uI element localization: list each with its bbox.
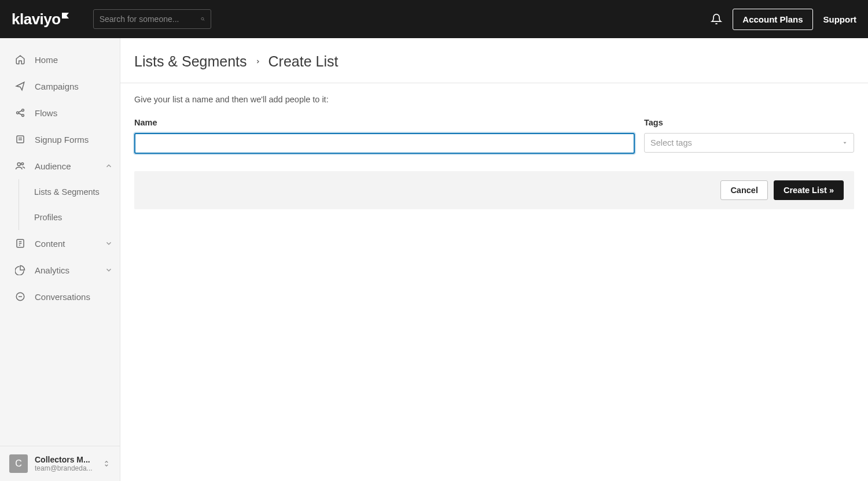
- tags-placeholder: Select tags: [650, 138, 692, 147]
- page-header: Lists & Segments Create List: [120, 38, 868, 83]
- sidebar-item-label: Campaigns: [35, 82, 79, 91]
- sidebar-item-content[interactable]: Content: [0, 230, 120, 257]
- account-plans-button[interactable]: Account Plans: [733, 9, 812, 30]
- sidebar-item-campaigns[interactable]: Campaigns: [0, 73, 120, 99]
- logo[interactable]: klaviyo: [12, 10, 69, 28]
- sidebar: Home Campaigns Flows Signup Forms Audien…: [0, 38, 120, 481]
- name-field: Name: [134, 118, 635, 154]
- sidebar-item-label: Flows: [35, 108, 57, 118]
- logo-text: klaviyo: [12, 10, 61, 28]
- account-email: team@brandeda...: [35, 464, 95, 472]
- name-input[interactable]: [134, 133, 635, 154]
- sidebar-item-audience[interactable]: Audience: [0, 153, 120, 179]
- sidebar-item-label: Content: [35, 239, 65, 249]
- sidebar-item-signup-forms[interactable]: Signup Forms: [0, 126, 120, 153]
- svg-point-0: [201, 17, 204, 20]
- tags-select[interactable]: Select tags: [644, 133, 854, 153]
- tags-field: Tags Select tags: [644, 118, 854, 153]
- caret-down-icon: [842, 140, 848, 146]
- users-icon: [15, 161, 25, 171]
- home-icon: [15, 54, 25, 65]
- cancel-button[interactable]: Cancel: [720, 180, 768, 200]
- search-icon[interactable]: [201, 15, 205, 23]
- account-info: Collectors M... team@brandeda...: [35, 455, 95, 472]
- svg-point-10: [17, 162, 20, 165]
- sidebar-subitem-lists-segments[interactable]: Lists & Segments: [19, 179, 120, 205]
- sidebar-subitem-profiles[interactable]: Profiles: [19, 205, 120, 230]
- sidebar-item-flows[interactable]: Flows: [0, 99, 120, 126]
- search-input[interactable]: [100, 14, 201, 24]
- audience-subnav: Lists & Segments Profiles: [19, 179, 120, 230]
- topbar: klaviyo Account Plans Support: [0, 0, 868, 38]
- chevron-down-icon: [105, 266, 113, 274]
- chat-icon: [15, 291, 25, 302]
- updown-icon: [102, 460, 111, 468]
- sidebar-item-analytics[interactable]: Analytics: [0, 257, 120, 283]
- form-icon: [15, 134, 25, 145]
- svg-line-1: [203, 20, 204, 21]
- topbar-right: Account Plans Support: [711, 9, 856, 30]
- avatar: C: [9, 454, 28, 473]
- breadcrumb-current: Create List: [269, 53, 339, 70]
- form-row: Name Tags Select tags: [134, 118, 854, 154]
- account-name: Collectors M...: [35, 455, 95, 464]
- support-link[interactable]: Support: [823, 14, 857, 24]
- chevron-up-icon: [105, 162, 113, 170]
- breadcrumb-parent[interactable]: Lists & Segments: [134, 53, 247, 70]
- pie-icon: [15, 265, 25, 275]
- sidebar-item-home[interactable]: Home: [0, 46, 120, 73]
- sidebar-item-label: Home: [35, 55, 58, 65]
- helper-text: Give your list a name and then we'll add…: [134, 95, 854, 104]
- svg-point-11: [21, 162, 24, 165]
- search-container: [93, 9, 211, 29]
- sidebar-item-label: Audience: [35, 161, 71, 171]
- content-icon: [15, 238, 25, 249]
- svg-line-5: [19, 110, 22, 112]
- chevron-right-icon: [255, 59, 260, 64]
- main-content: Lists & Segments Create List Give your l…: [120, 38, 868, 481]
- chevron-down-icon: [105, 239, 113, 247]
- sidebar-item-conversations[interactable]: Conversations: [0, 283, 120, 310]
- action-bar: Cancel Create List »: [134, 171, 854, 209]
- svg-marker-18: [844, 142, 847, 144]
- account-switcher[interactable]: C Collectors M... team@brandeda...: [0, 446, 120, 481]
- send-icon: [15, 81, 25, 91]
- breadcrumb: Lists & Segments Create List: [134, 53, 854, 70]
- primary-nav: Home Campaigns Flows Signup Forms Audien…: [0, 38, 120, 446]
- create-list-button[interactable]: Create List »: [774, 180, 844, 200]
- page-body: Give your list a name and then we'll add…: [120, 83, 868, 221]
- svg-line-6: [19, 113, 22, 115]
- notifications-icon[interactable]: [711, 13, 722, 25]
- name-label: Name: [134, 118, 635, 127]
- share-icon: [15, 108, 25, 118]
- sidebar-item-label: Analytics: [35, 265, 69, 275]
- sidebar-item-label: Conversations: [35, 292, 90, 302]
- sidebar-item-label: Signup Forms: [35, 135, 89, 145]
- logo-flag-icon: [62, 13, 69, 18]
- tags-label: Tags: [644, 118, 854, 127]
